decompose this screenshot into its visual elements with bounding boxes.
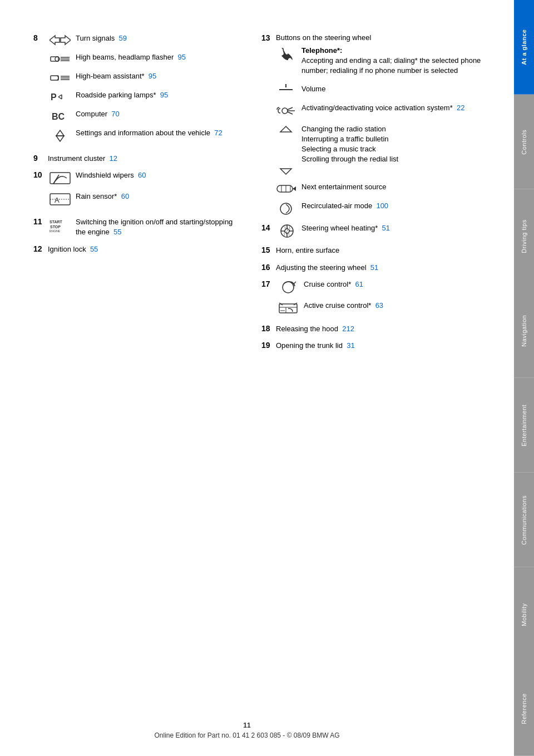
next-entertainment-icon	[274, 182, 298, 195]
active-cruise-text: Active cruise control* 63	[304, 301, 492, 311]
svg-rect-7	[51, 76, 58, 80]
sidebar-tab-entertainment[interactable]: Entertainment	[514, 378, 534, 473]
turn-signals-page[interactable]: 59	[119, 34, 127, 42]
sidebar-tab-reference[interactable]: Reference	[514, 661, 534, 756]
item-12-page[interactable]: 55	[90, 245, 98, 253]
item-18: 18 Releasing the hood 212	[261, 324, 492, 334]
sidebar-tab-controls[interactable]: Controls	[514, 95, 534, 189]
footer-text: Online Edition for Part no. 01 41 2 603 …	[154, 732, 339, 739]
item-settings-info: Settings and information about the vehic…	[48, 128, 245, 144]
item-18-page[interactable]: 212	[342, 325, 354, 333]
high-beams-icon	[48, 52, 72, 66]
active-cruise-page[interactable]: 63	[375, 301, 383, 310]
high-beam-assistant-icon	[48, 71, 72, 85]
item-15-text: Horn, entire surface	[276, 246, 492, 256]
item-number-15: 15	[261, 246, 274, 254]
item-number-18: 18	[261, 324, 274, 333]
voice-activation-page[interactable]: 22	[457, 104, 464, 112]
item-radio-down	[274, 165, 492, 176]
item-number-8: 8	[33, 33, 46, 42]
item-16-text: Adjusting the steering wheel 51	[276, 263, 492, 273]
cruise-control-page[interactable]: 61	[355, 280, 363, 288]
sidebar-tab-communications[interactable]: Communications	[514, 473, 534, 567]
item-14-page[interactable]: 51	[382, 224, 390, 232]
voice-activation-icon	[274, 103, 298, 119]
item-number-16: 16	[261, 263, 274, 272]
item-voice-activation: Activating/deactivating voice activation…	[274, 103, 492, 119]
item-19: 19 Opening the trunk lid 31	[261, 341, 492, 351]
item-10-header: 10 Windshi	[33, 170, 245, 213]
item-number-17: 17	[261, 279, 274, 288]
svg-point-39	[280, 203, 291, 214]
item-12-text: Ignition lock 55	[48, 244, 245, 254]
item-parking-lamps: P Roadside parking lamps* 95	[48, 90, 245, 104]
cruise-control-icon	[276, 279, 300, 295]
cruise-control-text: Cruise control* 61	[304, 279, 492, 289]
item-number-13: 13	[261, 33, 274, 42]
settings-info-page[interactable]: 72	[214, 129, 222, 137]
telephone-text: Telephone*: Accepting and ending a call;…	[301, 46, 492, 76]
svg-marker-38	[293, 186, 296, 191]
high-beams-page[interactable]: 95	[178, 53, 186, 61]
item-rain-sensor: A Rain sensor* 60	[48, 192, 245, 207]
item-telephone: Telephone*: Accepting and ending a call;…	[274, 46, 492, 76]
telephone-icon	[274, 46, 298, 61]
svg-text:P: P	[51, 92, 57, 102]
item-11-page[interactable]: 55	[113, 228, 121, 236]
svg-marker-32	[280, 126, 291, 132]
next-entertainment-text: Next entertainment source	[301, 182, 492, 192]
active-cruise-icon	[276, 301, 300, 316]
turn-signals-text: Turn signals 59	[76, 33, 245, 43]
windshield-wipers-page[interactable]: 60	[138, 171, 146, 179]
svg-rect-18	[50, 173, 70, 184]
item-volume: Volume	[274, 82, 492, 97]
rain-sensor-page[interactable]: 60	[121, 192, 129, 200]
recirculated-air-page[interactable]: 100	[376, 202, 388, 210]
item-13-label: Buttons on the steering wheel	[276, 33, 371, 42]
sidebar-tab-navigation[interactable]: Navigation	[514, 283, 534, 378]
windshield-wipers-icon	[48, 170, 72, 186]
sidebar-tab-driving-tips[interactable]: Driving tips	[514, 189, 534, 284]
svg-rect-2	[51, 57, 58, 61]
item-high-beams: High beams, headlamp flasher 95	[48, 52, 245, 66]
svg-point-28	[282, 108, 288, 114]
radio-down-icon	[274, 165, 298, 176]
item-9-page[interactable]: 12	[110, 154, 117, 163]
high-beam-assistant-text: High-beam assistant* 95	[76, 71, 245, 81]
item-next-entertainment: Next entertainment source	[274, 182, 492, 195]
right-column: 13 Buttons on the steering wheel Telepho…	[261, 33, 492, 357]
item-8-header: 8 Turn signals	[33, 33, 245, 149]
item-radio-up: Changing the radio stationInterrupting a…	[274, 124, 492, 165]
item-number-10: 10	[33, 170, 46, 179]
main-content: 8 Turn signals	[0, 0, 514, 756]
item-18-text: Releasing the hood 212	[276, 324, 492, 334]
page-number: 11	[0, 721, 494, 729]
turn-signals-icon	[48, 33, 72, 47]
item-11-text: Switching the ignition on/off and starti…	[76, 217, 245, 237]
item-high-beam-assistant: High-beam assistant* 95	[48, 71, 245, 85]
item-13-header: 13 Buttons on the steering wheel	[261, 33, 492, 42]
sidebar-tab-mobility[interactable]: Mobility	[514, 567, 534, 662]
item-16: 16 Adjusting the steering wheel 51	[261, 263, 492, 273]
item-17-header: 17	[261, 279, 492, 322]
svg-text:ENGINE: ENGINE	[50, 229, 61, 233]
rain-sensor-icon: A	[48, 192, 72, 207]
steering-wheel-heating-icon	[276, 223, 298, 239]
item-19-text: Opening the trunk lid 31	[276, 341, 492, 351]
computer-text: Computer 70	[76, 109, 245, 119]
item-11: 11 START STOP ENGINE Switching the ignit…	[33, 217, 245, 237]
settings-info-text: Settings and information about the vehic…	[76, 128, 245, 138]
settings-info-icon	[48, 128, 72, 144]
svg-point-41	[285, 229, 289, 233]
high-beam-assistant-page[interactable]: 95	[149, 72, 156, 80]
item-10-subitems: Windshield wipers 60 A	[48, 170, 245, 213]
item-recirculated-air: Recirculated-air mode 100	[274, 201, 492, 217]
svg-point-3	[55, 57, 60, 61]
sidebar-tab-at-a-glance[interactable]: At a glance	[514, 0, 534, 95]
parking-lamps-page[interactable]: 95	[160, 91, 168, 99]
item-16-page[interactable]: 51	[370, 263, 378, 272]
computer-page[interactable]: 70	[111, 110, 119, 118]
item-19-page[interactable]: 31	[347, 341, 354, 350]
svg-text:STOP: STOP	[50, 225, 61, 229]
item-number-11: 11	[33, 217, 46, 226]
